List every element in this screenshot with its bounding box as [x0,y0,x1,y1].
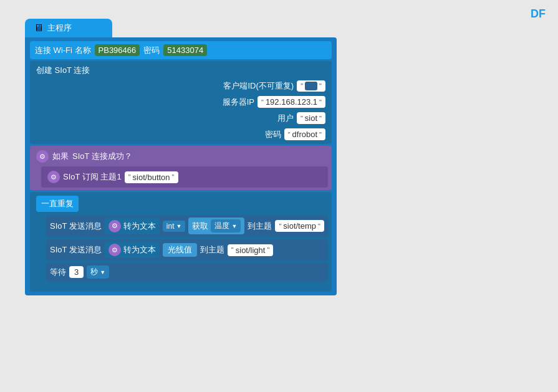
send-row-1[interactable]: SIoT 发送消息 ⚙ 转为文本 int ▼ 获取 温度 [46,215,328,237]
topic-text-1: siot/temp [283,221,316,231]
wifi-ssid[interactable]: PB396466 [95,44,140,56]
wifi-password-label: 密码 [143,45,160,56]
wait-row[interactable]: 等待 3 秒 ▼ [46,263,328,281]
open-quote-3: " [301,115,303,122]
subscribe-gear-icon[interactable]: ⚙ [47,171,60,183]
send1-label: SIoT 发送消息 [50,221,102,232]
open-quote-4: " [288,131,291,138]
open-quote-t2: " [231,246,234,254]
convert-gear-icon-1[interactable]: ⚙ [108,220,121,232]
subscribe-topic[interactable]: " siot/button " [125,171,178,183]
subscribe-topic-text: siot/button [133,173,170,182]
siot-create-header: 创建 SIoT 连接 [34,64,328,77]
wait-unit-arrow: ▼ [100,269,105,275]
client-id-value[interactable]: " " [297,80,325,92]
subscribe-label: SIoT 订阅 主题1 [63,171,122,183]
convert-label-2: 转为文本 [123,244,156,256]
computer-icon: 🖥 [34,22,44,34]
server-ip-value[interactable]: " 192.168.123.1 " [257,96,325,108]
main-program-header[interactable]: 🖥 主程序 [25,19,112,37]
topic-text-2: siot/light [236,246,266,255]
wait-value[interactable]: 3 [69,266,84,278]
siot-password-value[interactable]: " dfrobot " [284,128,325,140]
send-row-2[interactable]: SIoT 发送消息 ⚙ 转为文本 光线值 到主题 " siot/light " [46,239,328,261]
wait-unit-label: 秒 [90,267,98,277]
client-id-inner [305,82,317,90]
if-gear-icon[interactable]: ⚙ [36,150,49,163]
to-topic-label-1: 到主题 [248,221,272,232]
loop-header-wrap: 一直重复 [34,194,328,213]
if-body: ⚙ SIoT 订阅 主题1 " siot/button " [41,166,328,188]
main-program-label: 主程序 [47,22,72,34]
open-quote-t1: " [279,222,281,230]
main-body: 连接 Wi-Fi 名称 PB396466 密码 51433074 创建 SIoT… [25,37,337,295]
to-topic-label-2: 到主题 [200,244,224,256]
siot-password-text: dfrobot [292,130,317,139]
wait-unit-dropdown[interactable]: 秒 ▼ [87,265,109,279]
get-block-1[interactable]: 获取 温度 ▼ [188,218,244,234]
user-row: 用户 " siot " [34,111,328,125]
wifi-label: 连接 Wi-Fi 名称 [35,45,91,56]
siot-password-row: 密码 " dfrobot " [34,127,328,141]
close-quote-4: " [319,131,322,138]
type-label-1: int [166,222,175,231]
siot-create-section: 创建 SIoT 连接 客户端ID(不可重复) " " 服务器IP " [30,61,332,144]
df-logo: DF [531,7,546,21]
loop-body: SIoT 发送消息 ⚙ 转为文本 int ▼ 获取 温度 [46,215,328,281]
sensor-label-2-text: 光线值 [163,243,197,257]
convert-gear-icon-2[interactable]: ⚙ [108,244,121,256]
user-value[interactable]: " siot " [297,112,325,124]
wifi-row[interactable]: 连接 Wi-Fi 名称 PB396466 密码 51433074 [30,41,332,59]
wait-label: 等待 [50,267,66,278]
client-id-label: 客户端ID(不可重复) [223,80,294,92]
if-section: ⚙ 如果 SIoT 连接成功？ ⚙ SIoT 订阅 主题1 " siot/but… [30,146,332,190]
send2-label: SIoT 发送消息 [50,244,102,256]
type-dropdown-1[interactable]: int ▼ [163,221,186,232]
open-quote-sub: " [128,173,131,181]
siot-password-label: 密码 [219,129,281,140]
open-quote-2: " [261,98,264,106]
type-dropdown-arrow: ▼ [176,223,182,229]
server-ip-row: 服务器IP " 192.168.123.1 " [34,95,328,109]
convert-label-1: 转为文本 [123,221,156,232]
server-ip-label: 服务器IP [192,97,254,108]
block-bottom [34,283,71,289]
loop-section: 一直重复 SIoT 发送消息 ⚙ 转为文本 int ▼ [30,192,332,292]
open-quote-1: " [301,82,303,90]
subscribe-row[interactable]: ⚙ SIoT 订阅 主题1 " siot/button " [45,169,324,185]
if-condition: SIoT 连接成功？ [72,151,132,162]
close-quote-2: " [319,98,322,106]
if-header: ⚙ 如果 SIoT 连接成功？ [34,148,328,165]
loop-header: 一直重复 [36,196,79,212]
sensor-label-1: 温度 [214,221,229,231]
user-label: 用户 [231,113,294,124]
close-quote-t2: " [267,246,269,254]
sensor-dropdown-1[interactable]: 温度 ▼ [211,219,241,232]
get-label-1: 获取 [192,221,208,232]
wifi-password[interactable]: 51433074 [163,44,207,56]
topic-value-2[interactable]: " siot/light " [228,244,274,256]
if-label: 如果 [52,151,69,162]
topic-value-1[interactable]: " siot/temp " [275,220,324,232]
close-quote-sub: " [172,173,175,181]
block-area: 🖥 主程序 连接 Wi-Fi 名称 PB396466 密码 51433074 创… [25,19,337,295]
siot-create-label: 创建 SIoT 连接 [36,65,90,75]
server-ip-text: 192.168.123.1 [266,97,317,107]
client-id-row: 客户端ID(不可重复) " " [34,79,328,93]
convert-block-1[interactable]: ⚙ 转为文本 [105,218,160,234]
user-text: siot [305,113,317,123]
sensor-dropdown-arrow-1: ▼ [231,223,237,229]
close-quote-t1: " [318,222,320,230]
convert-block-2[interactable]: ⚙ 转为文本 [105,242,160,258]
close-quote-3: " [319,115,322,122]
close-quote-1: " [319,82,322,90]
